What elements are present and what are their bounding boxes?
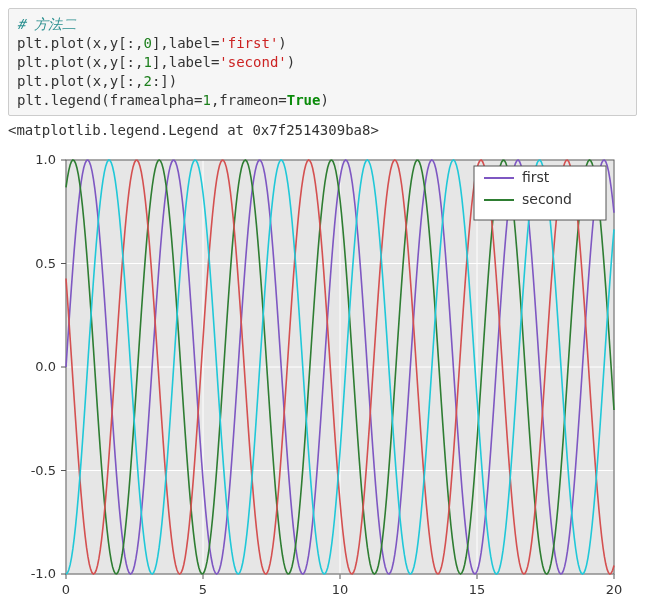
x-tick-label: 0	[62, 582, 70, 597]
y-tick-label: 0.0	[35, 359, 56, 374]
output-repr: <matplotlib.legend.Legend at 0x7f2514309…	[8, 116, 637, 142]
y-tick-label: 0.5	[35, 256, 56, 271]
x-tick-label: 15	[469, 582, 486, 597]
code-cell: # 方法二 plt.plot(x,y[:,0],label='first') p…	[8, 8, 637, 116]
y-tick-label: 1.0	[35, 152, 56, 167]
code-comment: # 方法二	[17, 16, 76, 32]
x-tick-label: 10	[332, 582, 349, 597]
matplotlib-figure: 05101520-1.0-0.50.00.51.0firstsecond	[8, 148, 628, 608]
plot-area: 05101520-1.0-0.50.00.51.0firstsecond	[8, 142, 637, 608]
legend-label: second	[522, 191, 572, 207]
legend-label: first	[522, 169, 550, 185]
x-tick-label: 20	[606, 582, 623, 597]
y-tick-label: -1.0	[31, 566, 56, 581]
y-tick-label: -0.5	[31, 463, 56, 478]
x-tick-label: 5	[199, 582, 207, 597]
